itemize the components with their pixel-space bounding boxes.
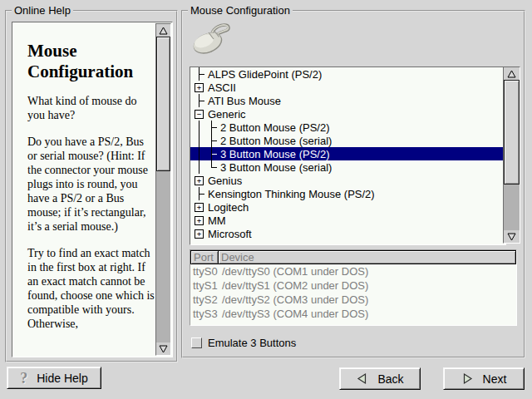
- tree-line: [193, 147, 205, 160]
- mouse-tree-area: ALPS GlidePoint (PS/2)+ASCIIATI Bus Mous…: [190, 66, 520, 244]
- arrow-up-icon: [159, 27, 168, 35]
- table-header-row: Port Device: [190, 250, 516, 264]
- arrow-up-icon: [507, 70, 516, 78]
- help-heading: Mouse Configuration: [27, 41, 152, 82]
- serial-port-table: Port Device ttyS0/dev/ttyS0 (COM1 under …: [190, 249, 517, 326]
- help-paragraph: What kind of mouse do you have?: [27, 94, 155, 122]
- table-body: ttyS0/dev/ttyS0 (COM1 under DOS)ttyS1/de…: [190, 264, 516, 321]
- tree-line: [193, 160, 205, 174]
- device-column-header: Device: [218, 250, 516, 264]
- device-cell: /dev/ttyS0 (COM1 under DOS): [221, 265, 368, 278]
- checkbox-label: Emulate 3 Buttons: [208, 337, 296, 349]
- scroll-up-button[interactable]: [504, 67, 520, 80]
- help-question-icon: ?: [20, 371, 27, 386]
- mouse-config-frame-label: Mouse Configuration: [188, 4, 293, 17]
- mouse-icon: [190, 22, 233, 57]
- table-row: ttyS3/dev/ttyS3 (COM4 under DOS): [190, 307, 516, 321]
- tree-line: [193, 134, 205, 147]
- help-scrollbar[interactable]: [155, 23, 171, 356]
- tree-item-3-button-mouse-serial[interactable]: 3 Button Mouse (serial): [190, 160, 505, 174]
- tree-branch-icon: [205, 160, 218, 174]
- tree-line: [193, 121, 205, 134]
- table-row: ttyS2/dev/ttyS2 (COM3 under DOS): [190, 293, 516, 307]
- tree-item-label: MM: [205, 214, 226, 227]
- tree-item-genius[interactable]: +Genius: [190, 174, 505, 187]
- help-paragraph: Do you have a PS/2, Bus or serial mouse?…: [27, 135, 155, 234]
- next-button[interactable]: Next: [443, 367, 525, 390]
- tree-scrollbar[interactable]: [503, 66, 520, 244]
- back-label: Back: [377, 372, 403, 386]
- emulate-3-buttons-option[interactable]: Emulate 3 Buttons: [191, 336, 296, 349]
- collapse-icon[interactable]: −: [193, 107, 205, 121]
- tree-item-label: Microsoft: [205, 228, 252, 240]
- port-cell: ttyS3: [190, 308, 221, 320]
- tree-item-label: 3 Button Mouse (serial): [218, 161, 332, 174]
- tree-branch-icon: [205, 147, 218, 160]
- expand-icon[interactable]: +: [193, 227, 205, 240]
- tree-item-label: 3 Button Mouse (PS/2): [218, 148, 330, 160]
- tree-item-label: Logitech: [205, 201, 249, 214]
- next-label: Next: [483, 372, 507, 386]
- tree-item-logitech[interactable]: +Logitech: [190, 200, 505, 214]
- scroll-up-button[interactable]: [156, 24, 170, 37]
- tree-branch-icon: [193, 67, 205, 81]
- port-column-header: Port: [190, 250, 219, 264]
- help-paragraph: Try to find an exact match in the first …: [27, 246, 155, 331]
- table-row: ttyS0/dev/ttyS0 (COM1 under DOS): [190, 264, 516, 278]
- tree-item-microsoft[interactable]: +Microsoft: [190, 227, 505, 240]
- tree-item-generic[interactable]: −Generic: [190, 107, 505, 121]
- expand-icon[interactable]: +: [193, 214, 205, 227]
- port-cell: ttyS1: [190, 279, 221, 292]
- help-scrollbar-track[interactable]: [156, 37, 170, 342]
- arrow-left-icon: [356, 372, 368, 385]
- back-button[interactable]: Back: [339, 367, 421, 390]
- tree-item-label: Kensington Thinking Mouse (PS/2): [205, 188, 375, 200]
- scroll-down-button[interactable]: [504, 230, 520, 243]
- online-help-panel: Online Help Mouse Configuration What kin…: [5, 10, 178, 362]
- tree-item-ati-bus-mouse[interactable]: ATI Bus Mouse: [190, 94, 505, 107]
- table-row: ttyS1/dev/ttyS1 (COM2 under DOS): [190, 278, 516, 293]
- mouse-type-tree[interactable]: ALPS GlidePoint (PS/2)+ASCIIATI Bus Mous…: [190, 66, 506, 245]
- tree-item-label: ATI Bus Mouse: [205, 95, 281, 107]
- hide-help-label: Hide Help: [37, 372, 87, 385]
- checkbox-unchecked-icon[interactable]: [191, 337, 202, 348]
- tree-branch-icon: [205, 121, 218, 134]
- tree-item-mm[interactable]: +MM: [190, 214, 505, 227]
- mouse-config-panel: Mouse Configuration ALPS GlidePoint (PS/…: [181, 10, 525, 358]
- arrow-down-icon: [507, 233, 516, 241]
- help-viewer: Mouse Configuration What kind of mouse d…: [12, 22, 173, 357]
- tree-branch-icon: [205, 134, 218, 147]
- hide-help-button[interactable]: ? Hide Help: [7, 367, 101, 389]
- tree-item-ascii[interactable]: +ASCII: [190, 81, 505, 94]
- arrow-down-icon: [159, 345, 168, 353]
- device-cell: /dev/ttyS3 (COM4 under DOS): [221, 308, 368, 320]
- expand-icon[interactable]: +: [193, 81, 205, 94]
- tree-item-label: Generic: [205, 108, 246, 121]
- mouse-configuration-screen: Online Help Mouse Configuration What kin…: [0, 0, 532, 399]
- device-cell: /dev/ttyS1 (COM2 under DOS): [221, 279, 368, 292]
- tree-scrollbar-track[interactable]: [504, 80, 520, 230]
- online-help-frame-label: Online Help: [12, 4, 73, 17]
- tree-item-label: ALPS GlidePoint (PS/2): [205, 68, 322, 81]
- tree-scrollbar-thumb[interactable]: [504, 80, 520, 185]
- tree-item-kensington-thinking-mouse-ps-2[interactable]: Kensington Thinking Mouse (PS/2): [190, 187, 505, 200]
- tree-item-label: Genius: [205, 175, 242, 187]
- expand-icon[interactable]: +: [193, 200, 205, 214]
- scroll-down-button[interactable]: [156, 342, 170, 355]
- tree-item-label: 2 Button Mouse (PS/2): [218, 121, 330, 134]
- port-cell: ttyS0: [190, 265, 221, 278]
- arrow-right-icon: [461, 372, 474, 385]
- device-cell: /dev/ttyS2 (COM3 under DOS): [221, 293, 368, 306]
- tree-item-label: 2 Button Mouse (serial): [218, 135, 332, 147]
- help-content: Mouse Configuration What kind of mouse d…: [12, 22, 157, 357]
- help-scrollbar-thumb[interactable]: [156, 37, 170, 171]
- tree-item-2-button-mouse-serial[interactable]: 2 Button Mouse (serial): [190, 134, 505, 147]
- tree-branch-icon: [193, 94, 205, 107]
- port-cell: ttyS2: [190, 293, 221, 306]
- tree-item-alps-glidepoint-ps-2[interactable]: ALPS GlidePoint (PS/2): [190, 67, 505, 81]
- expand-icon[interactable]: +: [193, 174, 205, 187]
- tree-item-label: ASCII: [205, 81, 236, 94]
- tree-item-2-button-mouse-ps-2[interactable]: 2 Button Mouse (PS/2): [190, 121, 505, 134]
- tree-branch-icon: [193, 187, 205, 200]
- tree-item-3-button-mouse-ps-2[interactable]: 3 Button Mouse (PS/2): [190, 147, 505, 160]
